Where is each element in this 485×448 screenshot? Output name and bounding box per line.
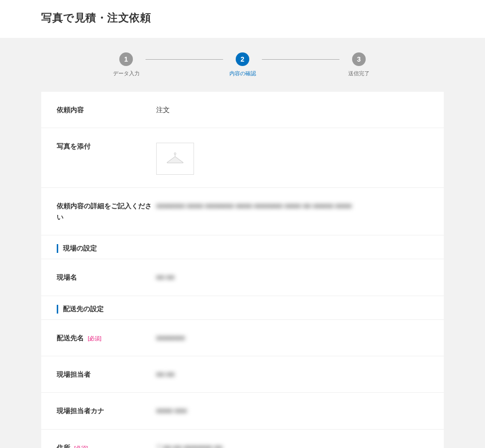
value-site-contact-kana: ■■■■ ■■■ <box>156 405 428 416</box>
step-label: データ入力 <box>113 70 140 77</box>
step-connector-line <box>262 59 340 60</box>
step-number-icon: 3 <box>352 52 366 66</box>
svg-point-0 <box>174 153 176 155</box>
label-text: 住所 <box>57 444 70 448</box>
step-number-icon: 1 <box>119 52 133 66</box>
page-title: 写真で見積・注文依頼 <box>41 11 444 25</box>
row-address: 住所 [必須] 〒■■-■■ ■■■■■■■ ■■ <box>41 430 444 448</box>
progress-stepper: 1 データ入力 2 内容の確認 3 送信完了 <box>107 52 378 77</box>
row-delivery-name: 配送先名 [必須] ■■■■■■■ <box>41 320 444 356</box>
header-bar: 写真で見積・注文依頼 <box>0 0 485 38</box>
label-address: 住所 [必須] <box>57 442 156 448</box>
label-delivery-name: 配送先名 [必須] <box>57 332 156 343</box>
label-text: 配送先名 <box>57 334 84 342</box>
row-detail: 依頼内容の詳細をご記入ください ■■■■■■■ ■■■■ ■■■■■■■ ■■■… <box>41 188 444 235</box>
label-site-contact-kana: 現場担当者カナ <box>57 405 156 416</box>
photo-thumbnail[interactable] <box>156 143 194 175</box>
label-request-type: 依頼内容 <box>57 104 156 115</box>
section-title: 配送先の設定 <box>57 305 428 314</box>
row-site-contact-kana: 現場担当者カナ ■■■■ ■■■ <box>41 393 444 429</box>
value-address: 〒■■-■■ ■■■■■■■ ■■ <box>156 442 428 448</box>
required-tag: [必須] <box>74 445 88 448</box>
stepper-area: 1 データ入力 2 内容の確認 3 送信完了 <box>0 38 485 77</box>
label-attach-photo: 写真を添付 <box>57 141 156 151</box>
row-site-name: 現場名 ■■ ■■ <box>41 259 444 296</box>
step-2: 2 内容の確認 <box>223 52 262 77</box>
section-heading-site: 現場の設定 <box>41 235 444 259</box>
section-title: 現場の設定 <box>57 244 428 253</box>
value-request-type: 注文 <box>156 104 428 115</box>
hanger-icon <box>164 151 186 166</box>
step-number-icon: 2 <box>236 52 249 66</box>
row-attach-photo: 写真を添付 <box>41 128 444 188</box>
section-heading-delivery: 配送先の設定 <box>41 296 444 320</box>
value-attach-photo <box>156 141 428 175</box>
label-detail: 依頼内容の詳細をご記入ください <box>57 200 156 222</box>
value-delivery-name: ■■■■■■■ <box>156 332 428 343</box>
step-3: 3 送信完了 <box>340 52 378 77</box>
required-tag: [必須] <box>88 335 101 341</box>
row-site-contact: 現場担当者 ■■ ■■ <box>41 356 444 393</box>
value-site-name: ■■ ■■ <box>156 272 428 282</box>
step-1: 1 データ入力 <box>107 52 146 77</box>
row-request-type: 依頼内容 注文 <box>41 92 444 128</box>
label-site-name: 現場名 <box>57 272 156 282</box>
step-label: 送信完了 <box>348 70 370 77</box>
confirmation-card: 依頼内容 注文 写真を添付 依頼内容の詳細をご記入ください ■■■■■■■ ■■… <box>41 92 444 448</box>
value-site-contact: ■■ ■■ <box>156 369 428 380</box>
step-connector-line <box>146 59 223 60</box>
value-detail: ■■■■■■■ ■■■■ ■■■■■■■ ■■■■ ■■■■■■■ ■■■■ ■… <box>156 200 428 211</box>
label-site-contact: 現場担当者 <box>57 369 156 380</box>
step-label: 内容の確認 <box>229 70 256 77</box>
